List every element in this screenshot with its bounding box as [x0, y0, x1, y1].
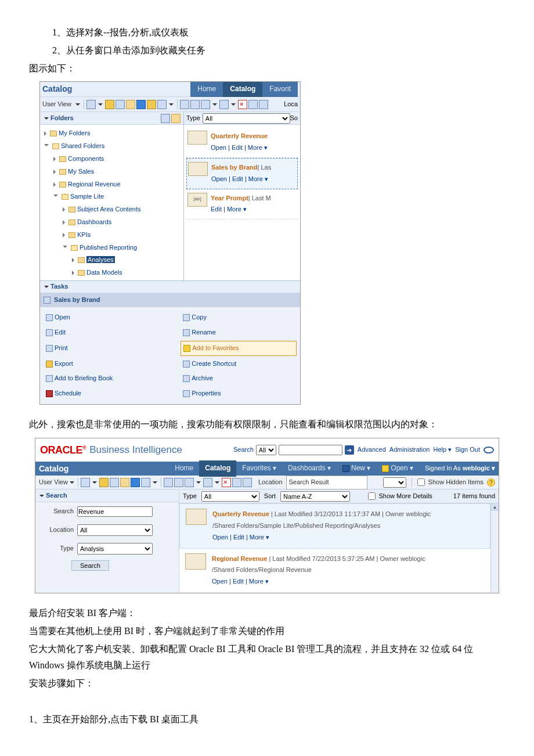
user-view-label[interactable]: User View: [42, 99, 74, 110]
nav-favorites[interactable]: Favorites ▾: [236, 460, 282, 477]
delete-icon[interactable]: [238, 100, 247, 109]
folder-icon[interactable]: [126, 100, 135, 109]
more-details-checkbox[interactable]: [368, 492, 376, 500]
edit-icon[interactable]: [174, 478, 183, 487]
chevron-down-icon[interactable]: [212, 103, 217, 106]
result-title[interactable]: Regional Revenue: [212, 555, 267, 562]
task-print[interactable]: Print: [44, 341, 179, 356]
task-rename[interactable]: Rename: [181, 326, 297, 340]
grid-view-icon[interactable]: [157, 100, 167, 109]
grid-view-icon[interactable]: [141, 478, 150, 487]
result-actions[interactable]: Open | Edit | More ▾: [212, 576, 425, 588]
copy2-icon[interactable]: [248, 100, 258, 109]
print-icon[interactable]: [185, 478, 194, 487]
type-select[interactable]: All: [203, 113, 290, 124]
nav-catalog[interactable]: Catalog: [199, 460, 236, 477]
tree-components[interactable]: Components: [68, 155, 104, 162]
chevron-down-icon[interactable]: [231, 103, 236, 106]
paste-icon[interactable]: [243, 478, 252, 487]
signout-link[interactable]: Sign Out: [455, 444, 480, 456]
chevron-down-icon[interactable]: [92, 481, 97, 484]
result-row[interactable]: Quarterly Revenue | Last Modified 3/12/2…: [179, 503, 490, 548]
chevron-down-icon[interactable]: [215, 481, 219, 484]
refresh-icon[interactable]: [99, 478, 109, 487]
item-actions[interactable]: Open | Edit | More ▾: [211, 142, 297, 154]
location-select[interactable]: All: [77, 524, 153, 536]
scrollbar[interactable]: ▲: [490, 503, 499, 593]
tree-dashboards[interactable]: Dashboards: [77, 218, 111, 225]
type-select[interactable]: Analysis: [77, 543, 153, 555]
task-export[interactable]: Export: [44, 357, 179, 371]
task-open[interactable]: Open: [44, 311, 179, 325]
tree-analyses[interactable]: Analyses: [86, 256, 115, 263]
task-properties[interactable]: Properties: [181, 387, 297, 401]
new-folder-icon[interactable]: [81, 478, 90, 487]
tree-kpis[interactable]: KPIs: [77, 231, 91, 238]
show-hidden-checkbox[interactable]: [417, 478, 425, 486]
advanced-link[interactable]: Advanced: [358, 444, 386, 456]
refresh-icon[interactable]: [105, 100, 114, 109]
search-scope-select[interactable]: All: [256, 445, 276, 455]
chevron-down-icon[interactable]: [75, 103, 80, 106]
task-shortcut[interactable]: Create Shortcut: [181, 357, 297, 371]
user-view-label[interactable]: User View: [39, 477, 68, 488]
tab-catalog[interactable]: Catalog: [223, 82, 262, 97]
task-edit[interactable]: Edit: [44, 326, 179, 340]
tree-regional-rev[interactable]: Regional Revenue: [68, 181, 121, 188]
copy-icon[interactable]: [110, 478, 119, 487]
search-go-button[interactable]: ➔: [345, 445, 354, 455]
upload-icon[interactable]: [131, 478, 140, 487]
tree-subject-area[interactable]: Subject Area Contents: [77, 206, 140, 213]
copy-icon[interactable]: [116, 100, 125, 109]
help-icon[interactable]: ?: [487, 478, 495, 487]
result-title[interactable]: Quarterly Revenue: [212, 510, 269, 517]
results-sort-select[interactable]: Name A-Z: [280, 491, 350, 502]
search-button[interactable]: Search: [71, 560, 109, 571]
item-title[interactable]: Year Prompt: [211, 195, 248, 201]
search-input[interactable]: [279, 445, 342, 455]
tree-my-folders[interactable]: My Folders: [59, 129, 90, 136]
preview-icon[interactable]: [164, 478, 173, 487]
upload-icon[interactable]: [136, 100, 146, 109]
print-icon[interactable]: [201, 100, 210, 109]
tree-action2-icon[interactable]: [171, 114, 181, 123]
item-title[interactable]: Quarterly Revenue: [211, 131, 297, 142]
task-schedule[interactable]: Schedule: [44, 387, 179, 401]
nav-dashboards[interactable]: Dashboards ▾: [282, 460, 337, 477]
administration-link[interactable]: Administration: [389, 444, 430, 456]
list-item[interactable]: [ab] Year Prompt| Last M Edit | More ▾: [186, 189, 298, 220]
folder-icon[interactable]: [120, 478, 129, 487]
paste-icon[interactable]: [259, 100, 268, 109]
tree-my-sales[interactable]: My Sales: [68, 168, 94, 175]
results-type-select[interactable]: All: [201, 491, 259, 502]
tree-sample-lite[interactable]: Sample Lite: [70, 193, 104, 200]
location-field[interactable]: Search Result: [286, 476, 367, 489]
collapse-icon[interactable]: [44, 117, 49, 120]
result-row[interactable]: Regional Revenue | Last Modified 7/22/20…: [179, 549, 490, 593]
chevron-down-icon[interactable]: [70, 481, 74, 484]
tree-data-models[interactable]: Data Models: [86, 269, 122, 276]
export-icon[interactable]: [219, 100, 229, 109]
scroll-up-icon[interactable]: ▲: [491, 503, 499, 510]
help-menu[interactable]: Help ▾: [434, 444, 452, 456]
collapse-icon[interactable]: [39, 495, 44, 497]
chevron-down-icon[interactable]: [169, 103, 174, 106]
result-actions[interactable]: Open | Edit | More ▾: [212, 532, 431, 543]
task-copy[interactable]: Copy: [181, 311, 297, 325]
nav-new[interactable]: New ▾: [337, 460, 376, 477]
nav-open[interactable]: Open ▾: [376, 460, 419, 477]
edit-icon[interactable]: [190, 100, 200, 109]
collapse-icon[interactable]: [484, 447, 494, 453]
chevron-down-icon[interactable]: [153, 481, 157, 484]
tab-favorites[interactable]: Favorit: [262, 82, 298, 97]
preview-icon[interactable]: [180, 100, 189, 109]
item-actions[interactable]: Edit | More ▾: [211, 204, 297, 215]
item-actions[interactable]: Open | Edit | More ▾: [211, 174, 296, 185]
list-item-selected[interactable]: Sales by Brand| Las Open | Edit | More ▾: [186, 158, 298, 189]
tree-shared[interactable]: Shared Folders: [61, 142, 104, 149]
tab-home[interactable]: Home: [190, 82, 223, 97]
search-text-input[interactable]: [77, 506, 153, 517]
list-item[interactable]: Quarterly Revenue Open | Edit | More ▾: [186, 127, 298, 158]
task-archive[interactable]: Archive: [181, 372, 297, 386]
export-icon[interactable]: [203, 478, 212, 487]
